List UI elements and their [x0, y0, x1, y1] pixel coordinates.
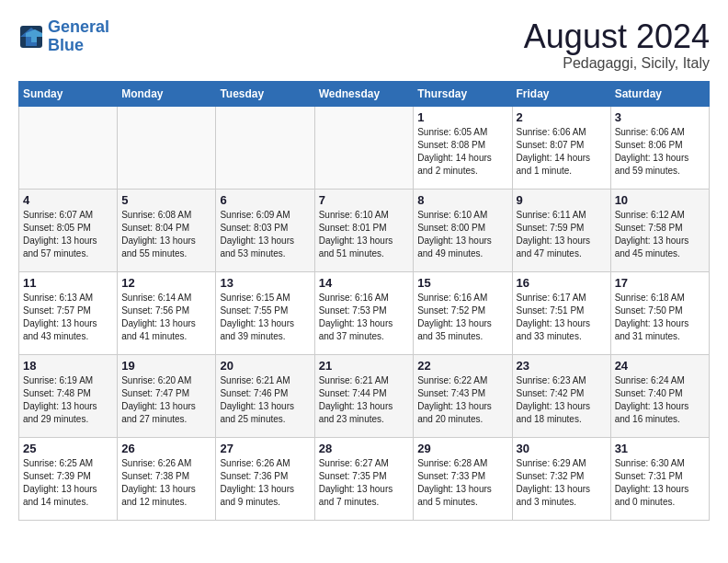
calendar-cell: 31Sunrise: 6:30 AM Sunset: 7:31 PM Dayli… — [610, 437, 709, 520]
day-info: Sunrise: 6:18 AM Sunset: 7:50 PM Dayligh… — [615, 292, 705, 343]
day-info: Sunrise: 6:25 AM Sunset: 7:39 PM Dayligh… — [23, 457, 113, 509]
header-row: SundayMondayTuesdayWednesdayThursdayFrid… — [19, 81, 710, 106]
day-number: 24 — [615, 359, 705, 373]
day-number: 23 — [517, 359, 607, 373]
day-number: 28 — [319, 442, 410, 455]
day-info: Sunrise: 6:11 AM Sunset: 7:59 PM Dayligh… — [517, 209, 607, 260]
calendar-cell — [118, 106, 216, 189]
day-info: Sunrise: 6:17 AM Sunset: 7:51 PM Dayligh… — [517, 292, 607, 343]
day-number: 12 — [121, 276, 211, 290]
week-row-5: 25Sunrise: 6:25 AM Sunset: 7:39 PM Dayli… — [19, 437, 710, 520]
day-info: Sunrise: 6:16 AM Sunset: 7:53 PM Dayligh… — [319, 292, 410, 343]
day-info: Sunrise: 6:05 AM Sunset: 8:08 PM Dayligh… — [417, 126, 507, 178]
day-info: Sunrise: 6:21 AM Sunset: 7:46 PM Dayligh… — [220, 374, 310, 426]
calendar-cell: 12Sunrise: 6:14 AM Sunset: 7:56 PM Dayli… — [118, 271, 216, 354]
day-number: 8 — [417, 193, 507, 207]
day-number: 18 — [23, 359, 113, 373]
day-number: 9 — [517, 193, 607, 207]
day-number: 19 — [121, 359, 211, 373]
day-info: Sunrise: 6:23 AM Sunset: 7:42 PM Dayligh… — [517, 374, 607, 426]
day-number: 13 — [220, 276, 310, 290]
calendar-cell: 10Sunrise: 6:12 AM Sunset: 7:58 PM Dayli… — [610, 189, 709, 271]
week-row-4: 18Sunrise: 6:19 AM Sunset: 7:48 PM Dayli… — [19, 354, 710, 437]
day-info: Sunrise: 6:15 AM Sunset: 7:55 PM Dayligh… — [220, 292, 310, 343]
day-info: Sunrise: 6:28 AM Sunset: 7:33 PM Dayligh… — [417, 457, 507, 509]
day-number: 7 — [319, 193, 410, 207]
logo: General Blue — [18, 18, 109, 55]
day-info: Sunrise: 6:10 AM Sunset: 8:01 PM Dayligh… — [319, 209, 410, 260]
calendar-cell — [314, 106, 414, 189]
day-info: Sunrise: 6:22 AM Sunset: 7:43 PM Dayligh… — [417, 374, 507, 426]
month-title: August 2024 — [524, 18, 710, 55]
title-block: August 2024 Pedagaggi, Sicily, Italy — [524, 18, 710, 72]
calendar-cell: 23Sunrise: 6:23 AM Sunset: 7:42 PM Dayli… — [512, 354, 610, 437]
day-info: Sunrise: 6:09 AM Sunset: 8:03 PM Dayligh… — [220, 209, 310, 260]
day-info: Sunrise: 6:10 AM Sunset: 8:00 PM Dayligh… — [417, 209, 507, 260]
calendar-cell: 29Sunrise: 6:28 AM Sunset: 7:33 PM Dayli… — [414, 437, 512, 520]
calendar-cell: 6Sunrise: 6:09 AM Sunset: 8:03 PM Daylig… — [216, 189, 314, 271]
header-cell-saturday: Saturday — [610, 81, 709, 106]
day-number: 31 — [615, 442, 705, 455]
day-number: 5 — [121, 193, 211, 207]
day-info: Sunrise: 6:06 AM Sunset: 8:06 PM Dayligh… — [615, 126, 705, 178]
day-number: 6 — [220, 193, 310, 207]
calendar-cell — [19, 106, 118, 189]
day-info: Sunrise: 6:06 AM Sunset: 8:07 PM Dayligh… — [517, 126, 607, 178]
day-number: 21 — [319, 359, 410, 373]
calendar-body: 1Sunrise: 6:05 AM Sunset: 8:08 PM Daylig… — [19, 106, 710, 520]
header-cell-friday: Friday — [512, 81, 610, 106]
day-info: Sunrise: 6:08 AM Sunset: 8:04 PM Dayligh… — [121, 209, 211, 260]
day-info: Sunrise: 6:16 AM Sunset: 7:52 PM Dayligh… — [417, 292, 507, 343]
week-row-3: 11Sunrise: 6:13 AM Sunset: 7:57 PM Dayli… — [19, 271, 710, 354]
calendar-table: SundayMondayTuesdayWednesdayThursdayFrid… — [18, 81, 710, 521]
calendar-cell: 27Sunrise: 6:26 AM Sunset: 7:36 PM Dayli… — [216, 437, 314, 520]
day-info: Sunrise: 6:29 AM Sunset: 7:32 PM Dayligh… — [517, 457, 607, 509]
day-number: 17 — [615, 276, 705, 290]
day-info: Sunrise: 6:20 AM Sunset: 7:47 PM Dayligh… — [121, 374, 211, 426]
day-info: Sunrise: 6:26 AM Sunset: 7:38 PM Dayligh… — [121, 457, 211, 509]
day-number: 15 — [417, 276, 507, 290]
header-cell-tuesday: Tuesday — [216, 81, 314, 106]
calendar-cell: 18Sunrise: 6:19 AM Sunset: 7:48 PM Dayli… — [19, 354, 118, 437]
day-info: Sunrise: 6:14 AM Sunset: 7:56 PM Dayligh… — [121, 292, 211, 343]
calendar-cell: 28Sunrise: 6:27 AM Sunset: 7:35 PM Dayli… — [314, 437, 414, 520]
day-info: Sunrise: 6:13 AM Sunset: 7:57 PM Dayligh… — [23, 292, 113, 343]
week-row-2: 4Sunrise: 6:07 AM Sunset: 8:05 PM Daylig… — [19, 189, 710, 271]
calendar-cell: 17Sunrise: 6:18 AM Sunset: 7:50 PM Dayli… — [610, 271, 709, 354]
calendar-cell: 1Sunrise: 6:05 AM Sunset: 8:08 PM Daylig… — [414, 106, 512, 189]
header-cell-sunday: Sunday — [19, 81, 118, 106]
calendar-cell: 22Sunrise: 6:22 AM Sunset: 7:43 PM Dayli… — [414, 354, 512, 437]
day-number: 3 — [615, 110, 705, 124]
calendar-cell: 26Sunrise: 6:26 AM Sunset: 7:38 PM Dayli… — [118, 437, 216, 520]
logo-icon — [18, 24, 44, 50]
day-number: 26 — [121, 442, 211, 455]
day-info: Sunrise: 6:27 AM Sunset: 7:35 PM Dayligh… — [319, 457, 410, 509]
header-cell-thursday: Thursday — [414, 81, 512, 106]
day-number: 25 — [23, 442, 113, 455]
logo-text: General Blue — [48, 18, 109, 55]
day-number: 29 — [417, 442, 507, 455]
day-info: Sunrise: 6:19 AM Sunset: 7:48 PM Dayligh… — [23, 374, 113, 426]
calendar-cell: 24Sunrise: 6:24 AM Sunset: 7:40 PM Dayli… — [610, 354, 709, 437]
day-number: 10 — [615, 193, 705, 207]
calendar-cell: 15Sunrise: 6:16 AM Sunset: 7:52 PM Dayli… — [414, 271, 512, 354]
day-info: Sunrise: 6:21 AM Sunset: 7:44 PM Dayligh… — [319, 374, 410, 426]
day-number: 22 — [417, 359, 507, 373]
calendar-header: SundayMondayTuesdayWednesdayThursdayFrid… — [19, 81, 710, 106]
day-info: Sunrise: 6:12 AM Sunset: 7:58 PM Dayligh… — [615, 209, 705, 260]
calendar-cell: 14Sunrise: 6:16 AM Sunset: 7:53 PM Dayli… — [314, 271, 414, 354]
day-number: 4 — [23, 193, 113, 207]
day-info: Sunrise: 6:24 AM Sunset: 7:40 PM Dayligh… — [615, 374, 705, 426]
calendar-cell — [216, 106, 314, 189]
day-number: 27 — [220, 442, 310, 455]
calendar-cell: 30Sunrise: 6:29 AM Sunset: 7:32 PM Dayli… — [512, 437, 610, 520]
calendar-cell: 3Sunrise: 6:06 AM Sunset: 8:06 PM Daylig… — [610, 106, 709, 189]
location-subtitle: Pedagaggi, Sicily, Italy — [524, 55, 710, 72]
header-cell-monday: Monday — [118, 81, 216, 106]
calendar-cell: 25Sunrise: 6:25 AM Sunset: 7:39 PM Dayli… — [19, 437, 118, 520]
calendar-cell: 8Sunrise: 6:10 AM Sunset: 8:00 PM Daylig… — [414, 189, 512, 271]
calendar-cell: 16Sunrise: 6:17 AM Sunset: 7:51 PM Dayli… — [512, 271, 610, 354]
header-cell-wednesday: Wednesday — [314, 81, 414, 106]
calendar-cell: 19Sunrise: 6:20 AM Sunset: 7:47 PM Dayli… — [118, 354, 216, 437]
day-number: 20 — [220, 359, 310, 373]
